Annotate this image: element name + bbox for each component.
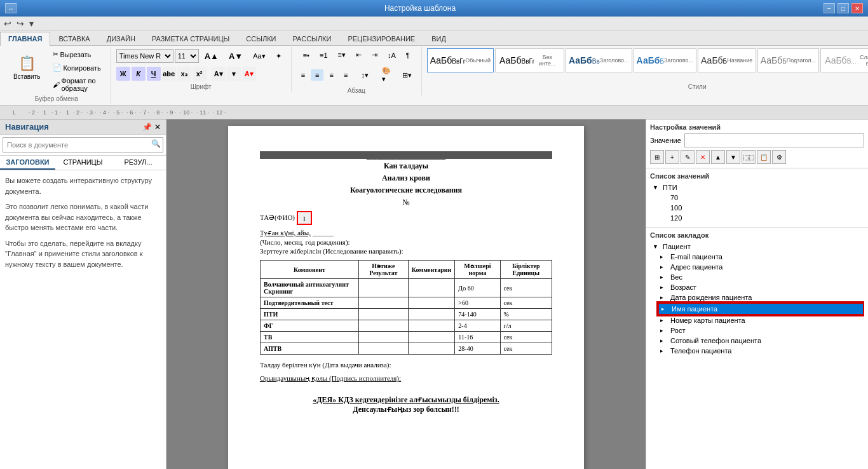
format-paint-btn[interactable]: 🖌Формат по образцу: [48, 75, 105, 94]
superscript-btn[interactable]: x²: [193, 67, 207, 81]
font-size-select[interactable]: 11: [175, 49, 199, 63]
decrease-indent-btn[interactable]: ⇤: [351, 49, 366, 61]
shading-btn[interactable]: 🎨▾: [377, 65, 397, 85]
style-heading1[interactable]: АаБбВв Заголово...: [566, 48, 632, 72]
nav-pin-btn[interactable]: 📌: [142, 123, 152, 132]
tab-review[interactable]: РЕЦЕНЗИРОВАНИЕ: [339, 32, 423, 45]
redo-btn[interactable]: ↪: [15, 18, 25, 29]
icon-paste2-btn[interactable]: 📋: [757, 150, 771, 164]
tab-view[interactable]: ВИД: [423, 32, 454, 45]
undo-btn[interactable]: ↩: [3, 18, 13, 29]
style-subtitle[interactable]: АаБбБ Подзагол...: [757, 48, 820, 72]
subscript-btn[interactable]: x₂: [177, 67, 191, 81]
bookmarks-root[interactable]: ▼ Пациент: [650, 241, 864, 252]
doc-dob2-row: (Число, месяц, год рождения):: [260, 238, 552, 246]
bookmark-address[interactable]: ▸ Адрес пациента: [658, 262, 864, 272]
bookmark-email[interactable]: ▸ E-mail пациента: [658, 252, 864, 262]
bold-btn[interactable]: Ж: [116, 67, 130, 81]
tree-item-70[interactable]: 70: [658, 193, 864, 203]
bookmarks-children: ▸ E-mail пациента ▸ Адрес пациента ▸ Вес…: [658, 252, 864, 356]
nav-tab-results[interactable]: РЕЗУЛ...: [111, 156, 166, 170]
align-left-btn[interactable]: ≡: [297, 69, 309, 81]
qa-dropdown-btn[interactable]: ▾: [28, 18, 35, 29]
nav-tab-headings[interactable]: ЗАГОЛОВКИ: [0, 156, 55, 170]
nav-body: Вы можете создать интерактивную структур…: [0, 170, 166, 469]
td-norm-2: >60: [455, 297, 500, 309]
icon-move-up-btn[interactable]: ▲: [711, 150, 725, 164]
document-area[interactable]: ████████████████ Кан талдауы Анализ кров…: [166, 119, 646, 469]
borders-btn[interactable]: ⊞▾: [398, 69, 416, 81]
bookmark-mobile[interactable]: ▸ Сотовый телефон пациента: [658, 336, 864, 346]
sort-btn[interactable]: ↕A: [383, 50, 400, 61]
tab-references[interactable]: ССЫЛКИ: [238, 32, 284, 45]
th-comment: Комментарии: [408, 261, 455, 279]
style-title[interactable]: АаБбБ Название: [698, 48, 756, 72]
numbering-btn[interactable]: ≡1: [315, 50, 332, 61]
align-right-btn[interactable]: ≡: [325, 69, 337, 81]
font-name-select[interactable]: Times New R: [116, 49, 173, 63]
multilevel-btn[interactable]: ≡▾: [334, 49, 350, 61]
icon-settings2-btn[interactable]: ⚙: [772, 150, 786, 164]
bookmark-height[interactable]: ▸ Рост: [658, 325, 864, 336]
tree-item-120[interactable]: 120: [658, 213, 864, 223]
icon-move-down-btn[interactable]: ▼: [726, 150, 740, 164]
icon-edit-btn[interactable]: ✎: [681, 150, 695, 164]
tab-mailings[interactable]: РАССЫЛКИ: [285, 32, 340, 45]
copy-btn[interactable]: 📄Копировать: [48, 62, 105, 74]
icon-delete-btn[interactable]: ✕: [696, 150, 710, 164]
document-page[interactable]: ████████████████ Кан талдауы Анализ кров…: [228, 126, 584, 469]
minimize-btn[interactable]: −: [824, 3, 835, 13]
case-btn[interactable]: Aa▾: [248, 50, 269, 62]
decrease-font-btn[interactable]: A▼: [224, 50, 247, 63]
icon-grid-btn[interactable]: ⊞: [650, 150, 664, 164]
justify-btn[interactable]: ≡: [339, 69, 352, 81]
bookmark-age[interactable]: ▸ Возраст: [658, 282, 864, 292]
search-input[interactable]: [3, 137, 163, 153]
increase-font-btn[interactable]: A▲: [200, 50, 223, 63]
expand-btn[interactable]: ↔: [5, 3, 17, 13]
icon-copy-btn[interactable]: ⬚⬚: [742, 150, 756, 164]
bm-arrow2-icon: ▸: [660, 264, 668, 270]
strikethrough-btn[interactable]: abc: [162, 67, 176, 81]
italic-btn[interactable]: К: [132, 67, 146, 81]
font-color-bg-btn[interactable]: A▾: [212, 67, 226, 81]
clear-format-btn[interactable]: ✦: [271, 50, 286, 62]
template-field-cursor[interactable]: I: [297, 211, 312, 225]
tab-home[interactable]: ГЛАВНАЯ: [0, 32, 50, 46]
align-center-btn[interactable]: ≡: [311, 69, 323, 81]
bookmark-phone[interactable]: ▸ Телефон пациента: [658, 346, 864, 356]
style-subtle[interactable]: АаБбВ... Слабое в...: [820, 48, 868, 72]
td-component-2: Подтвердительный тест: [261, 297, 359, 309]
bullets-btn[interactable]: ≡•: [299, 50, 314, 61]
paste-btn[interactable]: 📋 Вставить: [8, 48, 46, 86]
bookmark-weight[interactable]: ▸ Вес: [658, 272, 864, 282]
value-input[interactable]: [684, 133, 864, 147]
tree-root-pti[interactable]: ▼ ПТИ: [650, 182, 864, 193]
tab-insert[interactable]: ВСТАВКА: [50, 32, 98, 45]
icon-add-btn[interactable]: +: [665, 150, 679, 164]
underline-btn[interactable]: Ч: [147, 67, 161, 81]
bookmark-birthdate[interactable]: ▸ Дата рождения пациента: [658, 292, 864, 302]
style-heading2[interactable]: АаБбБ Заголово...: [634, 48, 696, 72]
bookmarks-list: ▼ Пациент ▸ E-mail пациента ▸ Адрес паци…: [650, 241, 864, 356]
bookmark-card[interactable]: ▸ Номер карты пациента: [658, 315, 864, 325]
tab-design[interactable]: ДИЗАЙН: [98, 32, 144, 45]
close-btn[interactable]: ✕: [851, 3, 863, 13]
bookmark-name[interactable]: ▸ Имя пациента: [658, 302, 864, 315]
cut-btn[interactable]: ✂Вырезать: [48, 48, 105, 60]
nav-tab-pages[interactable]: СТРАНИЦЫ: [55, 156, 111, 170]
style-normal[interactable]: АаБбВвГг Обычный: [427, 48, 494, 72]
line-spacing-btn[interactable]: ↕▾: [356, 69, 373, 81]
show-marks-btn[interactable]: ¶: [402, 50, 414, 61]
td-component-5: ТВ: [261, 332, 359, 343]
font-color-btn[interactable]: A▾: [242, 67, 256, 81]
tab-layout[interactable]: РАЗМЕТКА СТРАНИЦЫ: [144, 32, 238, 45]
increase-indent-btn[interactable]: ⇥: [367, 49, 382, 61]
font-row2: Ж К Ч abc x₂ x² A▾ ▾ A▾: [116, 67, 256, 81]
highlight-btn[interactable]: ▾: [227, 67, 241, 81]
doc-date-row: Талдау берілген күн (Дата выдачи анализа…: [260, 361, 552, 369]
style-no-spacing[interactable]: АаБбВвГг Без инте...: [495, 48, 564, 72]
nav-close-btn[interactable]: ✕: [154, 123, 161, 132]
tree-item-100[interactable]: 100: [658, 203, 864, 213]
maximize-btn[interactable]: □: [837, 3, 849, 13]
